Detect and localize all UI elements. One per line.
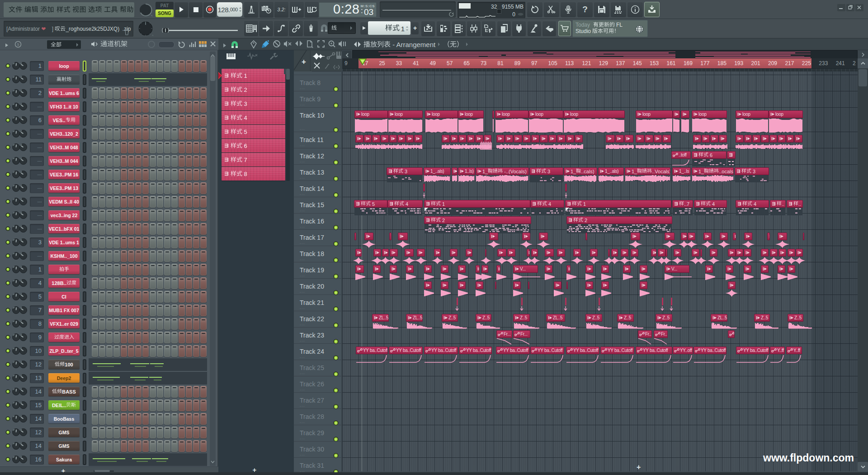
svg-text:5: 5	[17, 43, 19, 47]
